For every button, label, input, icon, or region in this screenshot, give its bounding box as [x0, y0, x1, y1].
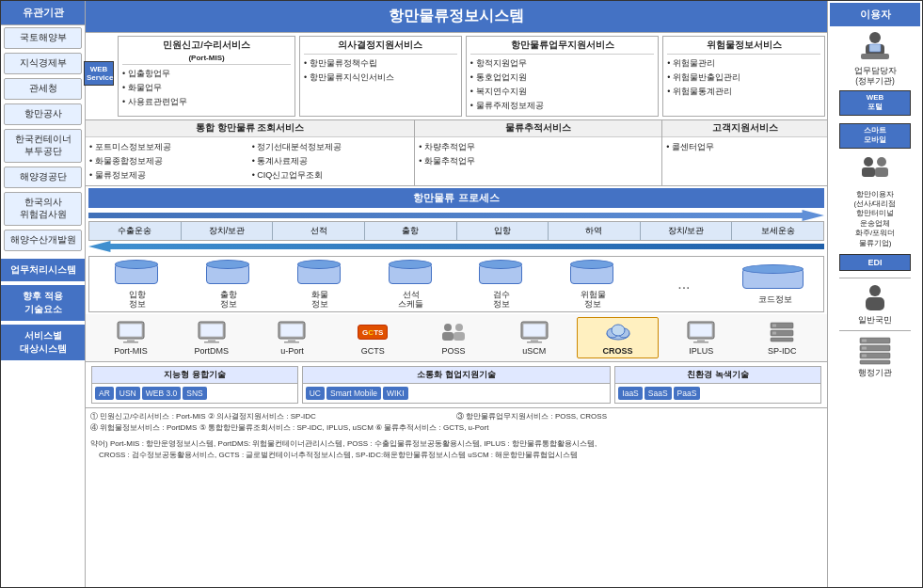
db-label-arrival: 입항정보	[129, 290, 146, 309]
sidebar-item-4[interactable]: 한국컨테이너 부두공단	[4, 129, 82, 163]
inquiry-col-1: 포트미스정보보제공 화물종합정보제공 물류정보제공	[88, 139, 250, 183]
system-uscm: uSCM	[496, 320, 573, 356]
step-storage1: 장치/보관	[182, 222, 274, 240]
db-label-departure: 출항정보	[220, 290, 237, 309]
system-spidc: SP-IDC	[743, 320, 820, 356]
footer-note-3: ③ 항만물류업무지원서비스 : POSS, CROSS	[456, 411, 822, 422]
service-item: 위험물관리	[667, 56, 820, 71]
process-section: 항만물류 프로세스 수출운송 장치/보관 선적 출항 입항 하역 장치/보관 보…	[88, 188, 824, 252]
service-item: 복지연수지원	[470, 85, 654, 99]
monitor-icon	[519, 321, 549, 343]
system-label-spidc: SP-IDC	[768, 346, 797, 356]
sidebar-item-3[interactable]: 항만공사	[4, 103, 82, 125]
db-hazmat: 위험물정보	[549, 260, 638, 309]
db-cylinder-code	[742, 264, 808, 293]
db-label-code: 코드정보	[758, 294, 792, 304]
system-icon-portdms	[195, 320, 229, 344]
svg-rect-36	[869, 44, 881, 52]
smart-mobile-badge-container: 스마트 모바일	[839, 121, 912, 151]
svg-rect-1	[119, 324, 142, 337]
db-cylinder-arrival	[114, 260, 161, 288]
svg-point-37	[864, 157, 873, 167]
svg-rect-32	[771, 338, 793, 342]
customer-col: 콜센터업무	[664, 139, 825, 155]
combined-service-customer: 고객지원서비스 콜센터업무	[662, 120, 827, 185]
svg-point-33	[869, 32, 881, 43]
svg-rect-5	[200, 324, 223, 337]
db-inspection: 검수정보	[457, 260, 547, 309]
service-item: 물류정보제공	[89, 168, 248, 183]
footer-row-1: ① 민원신고/수리서비스 : Port-MIS ② 의사결정지원서비스 : SP…	[90, 411, 822, 422]
service-item: 위험물통계관리	[667, 85, 820, 99]
tech-item-web3: WEB 3.0	[142, 387, 182, 400]
right-divider	[839, 278, 912, 278]
svg-point-39	[877, 157, 886, 167]
db-top	[389, 260, 432, 269]
service-box-logistics: 항만물류업무지원서비스 항적지원업무 통호업업지원 복지연수지원 물류주제정보제…	[466, 36, 659, 117]
process-title: 항만물류 프로세스	[88, 188, 824, 208]
edi-badge: EDI	[839, 254, 912, 271]
svg-point-23	[612, 325, 625, 336]
db-top	[297, 260, 341, 269]
sidebar-item-0[interactable]: 국토해양부	[4, 27, 82, 49]
combined-customer-title: 고객지원서비스	[662, 120, 827, 137]
system-uport: u-Port	[254, 320, 331, 356]
sidebar-item-7[interactable]: 해양수산개발원	[4, 230, 82, 251]
system-icon-gcts: GCTS	[349, 320, 396, 344]
sidebar-section-tech: 향후 적용 기술요소	[1, 285, 85, 321]
system-cross: CROSS	[577, 317, 660, 358]
web-portal-badge: WEB 포털	[839, 90, 912, 116]
process-steps-row: 수출운송 장치/보관 선적 출항 입항 하역 장치/보관 보세운송	[88, 221, 824, 241]
db-label-inspection: 검수정보	[493, 290, 510, 309]
sidebar-item-6[interactable]: 한국의사 위험검사원	[4, 192, 82, 226]
svg-rect-11	[284, 342, 299, 343]
tech-items-collab: UC Smart Mobile WIKI	[303, 384, 611, 403]
server-icon	[767, 321, 797, 343]
step-bonded: 보세운송	[732, 222, 823, 240]
sidebar-item-1[interactable]: 지식경제부	[4, 53, 82, 74]
right-user-admin: 행정기관	[830, 336, 920, 378]
svg-rect-2	[127, 339, 135, 342]
svg-rect-17	[523, 324, 546, 337]
svg-rect-18	[531, 339, 538, 342]
system-label-portdms: PortDMS	[194, 346, 229, 356]
tech-item-wiki: WIKI	[383, 387, 407, 400]
service-item: CIQ신고업무조회	[252, 168, 411, 183]
db-dots-item: ...	[640, 270, 729, 298]
svg-rect-29	[772, 325, 776, 327]
svg-rect-40	[875, 167, 888, 177]
tech-item-uc: UC	[306, 387, 325, 400]
left-sidebar: 유관기관 국토해양부 지식경제부 관세청 항만공사 한국컨테이너 부두공단 해양…	[1, 1, 86, 587]
db-top	[206, 260, 249, 269]
sidebar-item-5[interactable]: 해양경공단	[4, 167, 82, 188]
cloud-icon	[603, 321, 633, 343]
main-container: 유관기관 국토해양부 지식경제부 관세청 항만공사 한국컨테이너 부두공단 해양…	[0, 0, 923, 588]
svg-rect-27	[693, 342, 708, 343]
service-item: 화물종합정보제공	[89, 154, 248, 168]
sidebar-item-2[interactable]: 관세청	[4, 78, 82, 100]
db-label-hazmat: 위험물정보	[581, 290, 606, 309]
system-icon-uport	[275, 320, 309, 344]
system-label-gcts: GCTS	[361, 346, 385, 356]
svg-rect-9	[280, 324, 303, 337]
svg-rect-10	[288, 339, 295, 342]
tech-group-intelligent: 지능형 융합기술 AR USN WEB 3.0 SNS	[91, 366, 298, 404]
combined-customer-items: 콜센터업무	[662, 137, 827, 157]
svg-rect-42	[866, 297, 884, 310]
step-loading: 선적	[273, 222, 365, 240]
sidebar-section-service: 서비스별 대상시스템	[1, 325, 85, 360]
center-content: 항만물류정보시스템 WEB Service 민원신고/수리서비스(Port-MI…	[86, 1, 828, 587]
system-icon-iplus	[684, 320, 718, 344]
system-label-iplus: IPLUS	[689, 346, 713, 356]
service-box-logistics-title: 항만물류업무지원서비스	[470, 40, 654, 55]
service-item: 항적지원업무	[470, 56, 654, 71]
tech-item-ar: AR	[95, 387, 114, 400]
tech-group-intelligent-title: 지능형 융합기술	[92, 367, 297, 384]
service-item: 사용료관련업무	[122, 95, 291, 109]
service-item: 화물업무	[122, 81, 291, 95]
tech-item-saas: SaaS	[645, 387, 672, 400]
svg-point-12	[444, 324, 452, 331]
user-admin-label: 행정기관	[858, 368, 892, 378]
combined-inquiry-items: 포트미스정보보제공 화물종합정보제공 물류정보제공 정기선대분석정보제공 통계사…	[86, 137, 414, 185]
system-gcts: GCTS GCTS	[334, 320, 411, 356]
